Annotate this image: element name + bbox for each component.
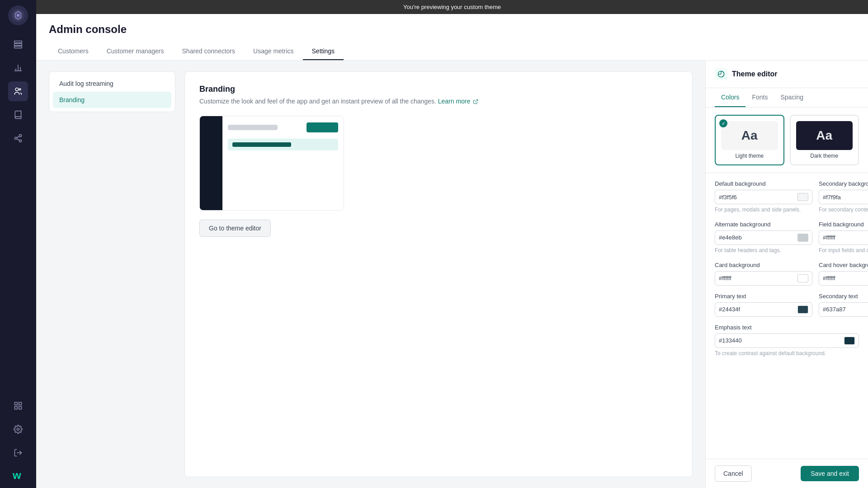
svg-point-10: [19, 89, 21, 90]
field-bg-input[interactable]: [823, 234, 868, 241]
sidebar-item-share[interactable]: [8, 128, 28, 148]
learn-more-link[interactable]: Learn more: [438, 98, 478, 105]
theme-option-label-light: Light theme: [721, 153, 778, 159]
emphasis-text-input[interactable]: [719, 337, 841, 344]
sidebar-item-settings[interactable]: [8, 419, 28, 439]
emphasis-text-input-row: [715, 333, 859, 348]
sidebar-item-chart[interactable]: [8, 58, 28, 78]
tab-customers[interactable]: Customers: [49, 43, 98, 60]
default-bg-input-row: [715, 190, 812, 204]
admin-title: Admin console: [49, 23, 855, 36]
left-panel-item-audit-log[interactable]: Audit log streaming: [53, 75, 171, 92]
secondary-text-input-row: [819, 302, 868, 317]
editor-tab-colors[interactable]: Colors: [715, 88, 745, 107]
default-bg-swatch[interactable]: [797, 193, 808, 201]
preview-banner-text: You're previewing your custom theme: [403, 4, 501, 10]
theme-editor-header: Theme editor: [706, 61, 868, 88]
theme-option-check-light: ✓: [719, 119, 727, 127]
go-to-theme-editor-button[interactable]: Go to theme editor: [199, 220, 271, 237]
svg-point-20: [17, 428, 19, 431]
sidebar-logo[interactable]: [8, 5, 28, 25]
sidebar-item-users[interactable]: [8, 81, 28, 101]
theme-editor-title: Theme editor: [732, 70, 777, 78]
preview-main: [222, 116, 344, 210]
sidebar-item-book[interactable]: [8, 105, 28, 125]
card-hover-bg-input[interactable]: [823, 275, 868, 282]
secondary-bg-input[interactable]: [823, 194, 868, 201]
default-bg-label: Default background: [715, 180, 812, 187]
primary-text-input[interactable]: [719, 306, 795, 313]
secondary-text-input[interactable]: [823, 306, 868, 313]
nav-tabs: Customers Customer managers Shared conne…: [49, 43, 855, 60]
theme-option-light[interactable]: ✓ Aa Light theme: [715, 115, 784, 165]
emphasis-text-label: Emphasis text: [715, 324, 859, 331]
preview-bar-gray: [228, 125, 278, 130]
color-field-card-bg: Card background: [715, 262, 812, 286]
card-bg-input-row: [715, 271, 812, 286]
color-fields: Default background For pages, modals and…: [706, 173, 868, 459]
svg-rect-19: [19, 407, 22, 409]
secondary-bg-hint: For secondary content or disabled state.: [819, 206, 868, 214]
color-row-5: Emphasis text To create contrast against…: [715, 324, 859, 357]
editor-tab-spacing[interactable]: Spacing: [774, 88, 810, 107]
color-field-field-bg: Field background For input fields and ca…: [819, 221, 868, 254]
branding-title: Branding: [199, 84, 678, 94]
preview-banner: You're previewing your custom theme: [36, 0, 868, 14]
preview-row: [228, 139, 338, 150]
branding-description: Customize the look and feel of the app a…: [199, 98, 678, 105]
sidebar-item-grid[interactable]: [8, 396, 28, 416]
color-row-3: Card background Card hover background: [715, 262, 859, 286]
alternate-bg-input[interactable]: [719, 234, 795, 241]
color-field-primary-text: Primary text: [715, 293, 812, 317]
card-hover-bg-input-row: [819, 271, 868, 286]
branding-panel: Branding Customize the look and feel of …: [184, 71, 693, 477]
tab-usage-metrics[interactable]: Usage metrics: [244, 43, 302, 60]
field-bg-input-row: [819, 230, 868, 245]
secondary-bg-label: Secondary background: [819, 180, 868, 187]
theme-editor-panel: Theme editor Colors Fonts Spacing ✓ Aa L…: [705, 61, 868, 488]
color-field-emphasis-text: Emphasis text To create contrast against…: [715, 324, 859, 357]
color-field-secondary-text: Secondary text: [819, 293, 868, 317]
color-row-2: Alternate background For table headers a…: [715, 221, 859, 254]
svg-line-15: [17, 136, 19, 137]
theme-editor-icon: [715, 68, 727, 80]
tab-settings[interactable]: Settings: [303, 43, 344, 60]
svg-point-13: [19, 140, 22, 142]
card-bg-swatch[interactable]: [797, 274, 808, 282]
svg-point-12: [15, 137, 17, 140]
field-bg-hint: For input fields and canvas.: [819, 247, 868, 254]
color-field-alternate-bg: Alternate background For table headers a…: [715, 221, 812, 254]
sidebar-item-logout[interactable]: [8, 443, 28, 463]
save-exit-button[interactable]: Save and exit: [801, 466, 859, 481]
primary-text-swatch[interactable]: [797, 305, 808, 314]
tab-customer-managers[interactable]: Customer managers: [98, 43, 173, 60]
card-bg-input[interactable]: [719, 275, 795, 282]
theme-preview-dark: Aa: [796, 121, 853, 150]
emphasis-text-swatch[interactable]: [844, 337, 855, 345]
admin-header: Admin console Customers Customer manager…: [36, 14, 868, 61]
cancel-button[interactable]: Cancel: [715, 465, 752, 482]
svg-rect-2: [14, 41, 22, 43]
left-panel-item-branding[interactable]: Branding: [53, 92, 171, 108]
theme-option-dark[interactable]: Aa Dark theme: [790, 115, 859, 165]
svg-rect-3: [14, 43, 22, 45]
editor-tab-fonts[interactable]: Fonts: [745, 88, 774, 107]
default-bg-input[interactable]: [719, 194, 795, 201]
primary-text-label: Primary text: [715, 293, 812, 300]
theme-option-label-dark: Dark theme: [796, 153, 853, 159]
preview-sidebar: [200, 116, 222, 210]
card-bg-label: Card background: [715, 262, 812, 268]
sidebar-item-layers[interactable]: [8, 34, 28, 54]
secondary-bg-input-row: [819, 190, 868, 204]
svg-rect-16: [15, 403, 18, 405]
tab-shared-connectors[interactable]: Shared connectors: [173, 43, 245, 60]
preview-btn-teal: [307, 122, 338, 132]
alternate-bg-label: Alternate background: [715, 221, 812, 228]
theme-preview-light: Aa: [721, 121, 778, 150]
preview-row-bar: [232, 142, 291, 147]
alternate-bg-swatch[interactable]: [797, 234, 808, 242]
svg-line-23: [475, 100, 478, 103]
left-panel-card: Audit log streaming Branding: [49, 71, 175, 112]
left-panel: Audit log streaming Branding: [49, 71, 175, 477]
alternate-bg-hint: For table headers and tags.: [715, 247, 812, 254]
